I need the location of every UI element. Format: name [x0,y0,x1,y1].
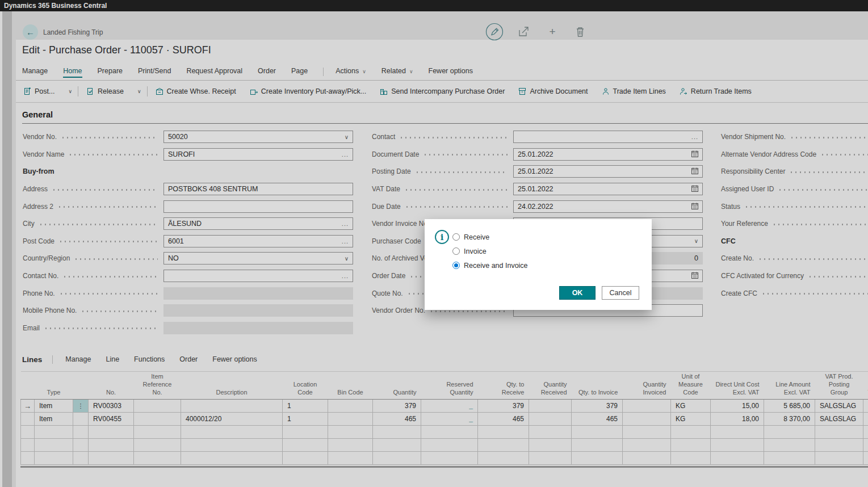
tab-home[interactable]: Home [63,67,82,78]
column-header-no[interactable]: No. [89,372,134,400]
calendar-icon[interactable] [691,203,698,211]
column-header-line-amount-excl-vat[interactable]: Line Amount Excl. VAT [764,372,815,400]
cell-type[interactable]: Item [35,400,73,413]
row-indicator[interactable]: → [21,400,35,413]
cell-dots[interactable] [73,413,89,426]
column-header-item-reference-no[interactable]: Item Reference No. [134,372,181,400]
split-chevron-down-icon[interactable]: ∨ [68,89,72,94]
cell-vatprod[interactable]: SALGSLAG [815,413,863,426]
toolbar-release[interactable]: Release [86,87,124,95]
cell-t[interactable] [863,413,868,426]
reserved-quantity-link[interactable]: _ [469,402,473,410]
toolbar-trade-item-lines[interactable]: Trade Item Lines [602,87,666,95]
cell-vatprod[interactable] [815,439,863,452]
cell-desc[interactable] [181,452,283,465]
cell-loc[interactable]: 1 [283,400,328,413]
calendar-icon[interactable] [691,272,698,280]
cell-bin[interactable] [328,400,373,413]
cell-bin[interactable] [328,439,373,452]
cell-no[interactable] [89,452,134,465]
cell-t[interactable] [863,400,868,413]
column-header-quantity-received[interactable]: Quantity Received [529,372,572,400]
cell-no[interactable]: RV00455 [89,413,134,426]
cancel-button[interactable]: Cancel [602,286,639,300]
field-vat-date[interactable]: 25.01.2022 [513,183,703,195]
breadcrumb[interactable]: Landed Fishing Trip [43,28,103,36]
column-header-quantity-invoiced[interactable]: Quantity Invoiced [623,372,671,400]
cell-uom[interactable] [671,426,711,439]
horizontal-scrollbar[interactable] [20,466,868,468]
cell-ducost[interactable] [711,426,764,439]
cell-qtyrecd[interactable] [529,426,572,439]
toolbar-archive-document[interactable]: Archive Document [518,87,588,95]
column-header-description[interactable]: Description [181,372,283,400]
cell-resqty[interactable] [421,452,478,465]
column-header-location-code[interactable]: Location Code [283,372,328,400]
column-header-t[interactable]: T [863,372,868,400]
cell-no[interactable]: RV00303 [89,400,134,413]
cell-resqty[interactable] [421,426,478,439]
column-header-bin-code[interactable]: Bin Code [328,372,373,400]
cell-qtyrec[interactable] [478,439,529,452]
cell-qtyinvd[interactable] [623,426,671,439]
cell-t[interactable] [863,426,868,439]
cell-qtyrecd[interactable] [529,452,572,465]
share-icon[interactable] [518,26,529,37]
lines-menu-manage[interactable]: Manage [65,355,91,363]
tab-prepare[interactable]: Prepare [98,67,123,78]
tab-manage[interactable]: Manage [22,67,48,78]
cell-desc[interactable]: 4000012/20 [181,413,283,426]
cell-type[interactable] [35,439,73,452]
cell-qtyinvd[interactable] [623,452,671,465]
cell-lineamt[interactable]: 8 370,00 [764,413,815,426]
cell-qtyinv[interactable] [572,439,623,452]
cell-desc[interactable] [181,426,283,439]
lines-menu-fewer-options[interactable]: Fewer options [212,355,257,363]
lines-heading[interactable]: Lines [22,355,42,364]
cell-uom[interactable] [671,439,711,452]
chevron-down-icon[interactable]: ∨ [345,134,349,140]
cell-bin[interactable] [328,413,373,426]
assist-edit-icon[interactable]: ... [342,151,349,158]
cell-uom[interactable]: KG [671,400,711,413]
cell-resqty[interactable]: _ [421,400,478,413]
cell-dots[interactable] [73,426,89,439]
cell-lineamt[interactable] [764,439,815,452]
cell-type[interactable] [35,426,73,439]
tab-actions[interactable]: Actions∨ [336,67,366,78]
cell-qtyinv[interactable]: 379 [572,400,623,413]
calendar-icon[interactable] [691,167,698,175]
column-header-type[interactable]: Type [35,372,73,400]
tab-related[interactable]: Related∨ [381,67,413,78]
edit-icon[interactable] [485,23,504,41]
cell-qty[interactable] [373,452,421,465]
cell-ducost[interactable] [711,452,764,465]
lines-menu-functions[interactable]: Functions [134,355,165,363]
assist-edit-icon[interactable]: ... [342,220,349,227]
tab-print-send[interactable]: Print/Send [138,67,171,78]
radio-option-receive-and-invoice[interactable]: Receive and Invoice [452,261,528,270]
cell-desc[interactable] [181,400,283,413]
column-header-unit-of-measure-code[interactable]: Unit of Measure Code [671,372,711,400]
add-icon[interactable]: + [547,26,558,37]
cell-vatprod[interactable] [815,426,863,439]
field-due-date[interactable]: 24.02.2022 [513,200,703,213]
field-posting-date[interactable]: 25.01.2022 [513,165,703,178]
cell-bin[interactable] [328,452,373,465]
column-header-reserved-quantity[interactable]: Reserved Quantity [421,372,478,400]
column-header-sel[interactable] [21,372,35,400]
tab-fewer-options[interactable]: Fewer options [429,67,473,78]
cell-type[interactable]: Item [35,413,73,426]
cell-type[interactable] [35,452,73,465]
cell-itemref[interactable] [134,439,181,452]
cell-qtyrecd[interactable] [529,400,572,413]
cell-qtyrec[interactable]: 465 [478,413,529,426]
lines-menu-order[interactable]: Order [179,355,198,363]
cell-lineamt[interactable] [764,452,815,465]
tab-page[interactable]: Page [291,67,308,78]
cell-loc[interactable] [283,426,328,439]
cell-itemref[interactable] [134,400,181,413]
row-indicator[interactable] [21,426,35,439]
cell-resqty[interactable]: _ [421,413,478,426]
cell-vatprod[interactable] [815,452,863,465]
